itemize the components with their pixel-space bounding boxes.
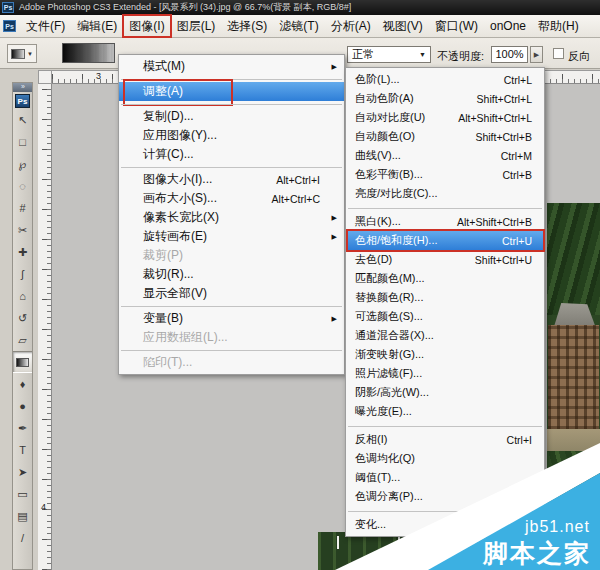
menubar-item[interactable]: onOne — [484, 17, 532, 35]
menu-item[interactable]: 可选颜色(S)... — [346, 307, 544, 326]
menubar-item[interactable]: 文件(F) — [20, 16, 71, 37]
menu-item[interactable]: 裁剪(P) — [119, 246, 344, 265]
chevron-down-icon: ▼ — [419, 51, 426, 58]
menu-item-hue-saturation[interactable]: 色相/饱和度(H)... Ctrl+U — [346, 231, 544, 250]
tool-icon: ↺ — [18, 313, 27, 324]
rectangle-tool[interactable]: ▭ — [13, 483, 32, 505]
menubar-item[interactable]: 滤镜(T) — [273, 16, 324, 37]
menu-item[interactable]: 模式(M) — [119, 57, 344, 76]
slice-tool[interactable]: ✂ — [13, 219, 32, 241]
crop-tool[interactable]: # — [13, 197, 32, 219]
menu-item[interactable]: 亮度/对比度(C)... — [346, 184, 544, 203]
menu-item[interactable]: 应用图像(Y)... — [119, 126, 344, 145]
menu-item[interactable]: 色阶(L)... Ctrl+L — [346, 70, 544, 89]
menu-item-adjustments[interactable]: 调整(A) — [119, 82, 344, 101]
photoshop-window: Ps Adobe Photoshop CS3 Extended - [风景系列 … — [0, 0, 600, 570]
watermark-name: 脚本之家 — [483, 537, 591, 570]
adjustments-submenu: 色阶(L)... Ctrl+L 自动色阶(A) Shift+Ctrl+L 自动对… — [345, 67, 545, 537]
dodge-tool[interactable]: ● — [13, 395, 32, 417]
tool-icon: ʃ — [21, 269, 23, 280]
opacity-input[interactable]: 100% — [491, 46, 528, 63]
menu-item[interactable]: 复制(D)... — [119, 107, 344, 126]
tool-icon — [16, 358, 29, 367]
window-title: Adobe Photoshop CS3 Extended - [风景系列 (34… — [19, 1, 351, 14]
menu-item[interactable]: 色调分离(P)... — [346, 487, 544, 506]
image-menu: 模式(M) 调整(A) 复制(D)... — [118, 54, 345, 375]
menu-item[interactable]: 像素长宽比(X) — [119, 208, 344, 227]
healing-brush-tool[interactable]: ✚ — [13, 241, 32, 263]
menu-item[interactable]: 旋转画布(E) — [119, 227, 344, 246]
collapse-arrows-icon[interactable]: » — [13, 83, 32, 92]
gradient-preset-picker[interactable]: ▼ — [7, 44, 37, 63]
menu-item[interactable]: 变量(B) — [119, 309, 344, 328]
menu-item[interactable]: 通道混合器(X)... — [346, 326, 544, 345]
reverse-checkbox[interactable] — [553, 48, 564, 59]
menu-item[interactable]: 自动对比度(U) Alt+Shift+Ctrl+L — [346, 108, 544, 127]
gradient-tool[interactable] — [13, 351, 32, 373]
tool-icon: ▤ — [17, 511, 27, 522]
menubar-item[interactable]: 编辑(E) — [71, 16, 123, 37]
path-selection-tool[interactable]: ➤ — [13, 461, 32, 483]
menu-item[interactable]: 渐变映射(G)... — [346, 345, 544, 364]
menu-item[interactable]: 替换颜色(R)... — [346, 288, 544, 307]
menu-item[interactable]: 色彩平衡(B)... Ctrl+B — [346, 165, 544, 184]
ruler-number: 4 — [41, 502, 46, 512]
tool-icon: ✒ — [18, 423, 27, 434]
tool-icon: ➤ — [18, 467, 27, 478]
menu-item[interactable]: 色调均化(Q) — [346, 449, 544, 468]
menubar-item[interactable]: 分析(A) — [325, 16, 377, 37]
lasso-tool[interactable]: ℘ — [13, 153, 32, 175]
menubar-item[interactable]: 窗口(W) — [429, 16, 484, 37]
tool-icon: ▭ — [17, 489, 27, 500]
menu-item[interactable]: 反相(I) Ctrl+I — [346, 430, 544, 449]
menubar-item[interactable]: 选择(S) — [221, 16, 273, 37]
menu-item[interactable]: 自动颜色(O) Shift+Ctrl+B — [346, 127, 544, 146]
eraser-tool[interactable]: ▱ — [13, 329, 32, 351]
tool-icon: # — [19, 203, 25, 214]
pen-tool[interactable]: ✒ — [13, 417, 32, 439]
type-tool[interactable]: T — [13, 439, 32, 461]
quick-selection-tool[interactable]: ◌ — [13, 175, 32, 197]
menu-item[interactable]: 应用数据组(L)... — [119, 328, 344, 347]
photo-castle-facade — [548, 325, 599, 429]
menu-item[interactable]: 照片滤镜(F)... — [346, 364, 544, 383]
menu-item[interactable]: 曝光度(E)... — [346, 402, 544, 421]
clone-stamp-tool[interactable]: ⌂ — [13, 285, 32, 307]
opacity-slider-button[interactable]: ▶ — [530, 46, 543, 63]
menu-item[interactable]: 裁切(R)... — [119, 265, 344, 284]
history-brush-tool[interactable]: ↺ — [13, 307, 32, 329]
move-tool[interactable]: ↖ — [13, 109, 32, 131]
blur-tool[interactable]: ♦ — [13, 373, 32, 395]
menu-item[interactable]: 去色(D) Shift+Ctrl+U — [346, 250, 544, 269]
menu-item[interactable]: 图像大小(I)... Alt+Ctrl+I — [119, 170, 344, 189]
title-bar: Ps Adobe Photoshop CS3 Extended - [风景系列 … — [0, 0, 600, 15]
menu-item[interactable]: 显示全部(V) — [119, 284, 344, 303]
tool-icon: / — [21, 533, 24, 544]
document-app-icon: Ps — [3, 20, 16, 32]
menu-item[interactable]: 阴影/高光(W)... — [346, 383, 544, 402]
menubar-item[interactable]: 视图(V) — [377, 16, 429, 37]
menu-item[interactable]: 画布大小(S)... Alt+Ctrl+C — [119, 189, 344, 208]
photo-lamp-post — [448, 536, 450, 549]
menu-item[interactable]: 计算(C)... — [119, 145, 344, 164]
menubar-item[interactable]: 图层(L) — [171, 16, 222, 37]
tool-palette: » Ps ↖ □ ℘ ◌ # ✂ — [12, 82, 33, 570]
tool-icon: ↖ — [18, 115, 27, 126]
marquee-tool[interactable]: □ — [13, 131, 32, 153]
menu-item[interactable]: 自动色阶(A) Shift+Ctrl+L — [346, 89, 544, 108]
menu-item[interactable]: 曲线(V)... Ctrl+M — [346, 146, 544, 165]
menu-item[interactable]: 变化... — [346, 515, 544, 534]
menu-item[interactable]: 匹配颜色(M)... — [346, 269, 544, 288]
notes-tool[interactable]: ▤ — [13, 505, 32, 527]
document-photo — [547, 203, 600, 570]
ruler-number: 3 — [96, 71, 101, 81]
ruler-vertical: 4 — [38, 84, 52, 570]
blend-mode-select[interactable]: 正常 ▼ — [347, 46, 431, 63]
brush-tool[interactable]: ʃ — [13, 263, 32, 285]
menu-item[interactable]: 陷印(T)... — [119, 353, 344, 372]
menubar-item-image[interactable]: 图像(I) — [123, 16, 170, 37]
menubar-item[interactable]: 帮助(H) — [532, 16, 585, 37]
menu-item[interactable]: 阈值(T)... — [346, 468, 544, 487]
eyedropper-tool[interactable]: / — [13, 527, 32, 549]
gradient-preview-button[interactable] — [62, 43, 115, 63]
